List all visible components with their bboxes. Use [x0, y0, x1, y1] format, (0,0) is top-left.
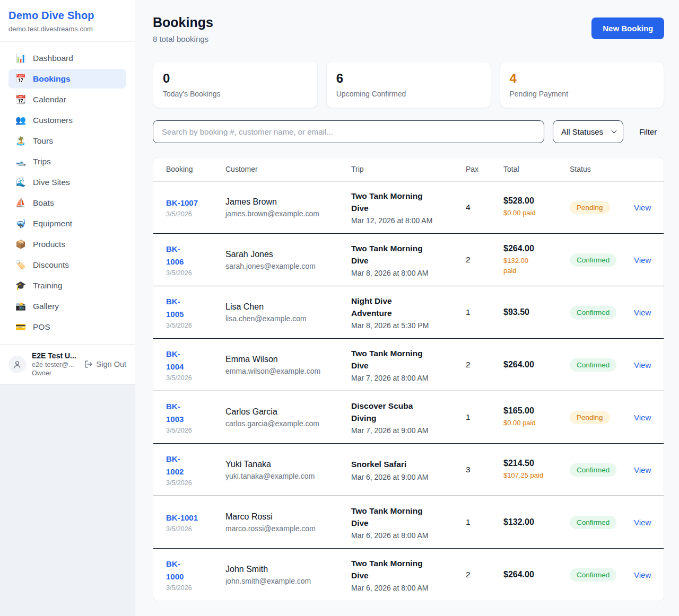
- sign-out-label: Sign Out: [97, 360, 126, 368]
- table-row: BK-1003 3/5/2026 Carlos Garcia carlos.ga…: [153, 391, 664, 443]
- booking-cell: BK-1005 3/5/2026: [166, 295, 225, 329]
- customer-email: carlos.garcia@example.com: [225, 419, 351, 428]
- view-link[interactable]: View: [634, 360, 651, 369]
- trip-name: Discover Scuba Diving: [351, 400, 433, 425]
- view-link[interactable]: View: [634, 308, 651, 317]
- status-badge: Confirmed: [570, 358, 616, 372]
- search-input[interactable]: [153, 120, 544, 143]
- column-header-status: Status: [570, 165, 634, 173]
- camera-flash-icon: 📸: [15, 301, 26, 311]
- credit-card-icon: 💳: [15, 322, 26, 332]
- booking-id-link[interactable]: BK-1001: [166, 512, 198, 524]
- calendar-icon: 📅: [15, 74, 26, 84]
- customer-name: Lisa Chen: [225, 302, 351, 312]
- sidebar-item-customers[interactable]: 👥 Customers: [8, 110, 126, 130]
- trip-name: Two Tank Morning Dive: [351, 242, 433, 267]
- sidebar-item-gallery[interactable]: 📸 Gallery: [8, 296, 126, 316]
- sailboat-icon: ⛵: [15, 198, 26, 208]
- paid-amount: $132.00 paid: [503, 256, 533, 276]
- sidebar-item-tours[interactable]: 🏝️ Tours: [8, 131, 126, 151]
- status-filter-select[interactable]: All Statuses: [553, 120, 623, 143]
- sidebar-item-discounts[interactable]: 🏷️ Discounts: [8, 255, 126, 275]
- status-cell: Confirmed: [570, 516, 634, 529]
- trip-cell: Two Tank Morning Dive Mar 7, 2026 at 8:0…: [351, 347, 466, 383]
- sidebar-item-label: Boats: [33, 198, 54, 208]
- total-cell: $132.00: [503, 517, 570, 527]
- trip-cell: Two Tank Morning Dive Mar 6, 2026 at 8:0…: [351, 505, 466, 540]
- booking-date: 3/5/2026: [166, 427, 225, 434]
- sidebar-item-pos[interactable]: 💳 POS: [8, 317, 126, 337]
- booking-id-link[interactable]: BK-1005: [166, 295, 191, 320]
- sidebar-item-label: Calendar: [33, 95, 66, 104]
- pax-count: 1: [466, 412, 503, 422]
- sidebar-item-training[interactable]: 🎓 Training: [8, 276, 126, 295]
- sidebar-item-calendar[interactable]: 📆 Calendar: [8, 90, 126, 109]
- customer-name: John Smith: [225, 565, 351, 574]
- trip-datetime: Mar 7, 2026 at 9:00 AM: [351, 426, 466, 435]
- table-row: BK-1007 3/5/2026 James Brown james.brown…: [153, 181, 664, 233]
- booking-id-link[interactable]: BK-1006: [166, 243, 191, 268]
- total-amount: $214.50: [503, 459, 570, 468]
- view-link[interactable]: View: [634, 413, 651, 422]
- trip-datetime: Mar 6, 2026 at 8:00 AM: [351, 584, 466, 592]
- booking-id-link[interactable]: BK-1003: [166, 400, 191, 425]
- booking-id-link[interactable]: BK-1002: [166, 453, 191, 478]
- status-cell: Confirmed: [570, 568, 634, 582]
- trip-datetime: Mar 7, 2026 at 8:00 AM: [351, 374, 466, 382]
- status-filter-wrap: All Statuses: [553, 120, 623, 143]
- sidebar-item-label: Gallery: [33, 302, 59, 311]
- new-booking-button[interactable]: New Booking: [591, 17, 664, 39]
- view-link[interactable]: View: [634, 518, 651, 527]
- table-row: BK-1001 3/5/2026 Marco Rossi marco.rossi…: [153, 496, 664, 548]
- app-container: Demo Dive Shop demo.test.divestreams.com…: [0, 0, 679, 616]
- sidebar-item-bookings[interactable]: 📅 Bookings: [8, 69, 126, 89]
- customer-email: sarah.jones@example.com: [225, 262, 351, 270]
- booking-id-link[interactable]: BK-1000: [166, 558, 191, 583]
- total-cell: $528.00 $0.00 paid: [503, 196, 570, 218]
- view-link[interactable]: View: [634, 570, 651, 579]
- sidebar-item-boats[interactable]: ⛵ Boats: [8, 193, 126, 213]
- sidebar-item-label: Discounts: [33, 260, 69, 270]
- table-row: BK-1005 3/5/2026 Lisa Chen lisa.chen@exa…: [153, 286, 664, 338]
- package-icon: 📦: [15, 239, 26, 249]
- customer-name: Marco Rossi: [225, 512, 351, 522]
- view-link[interactable]: View: [634, 465, 651, 474]
- sidebar-item-dive-sites[interactable]: 🌊 Dive Sites: [8, 172, 126, 192]
- stat-value: 0: [163, 71, 308, 86]
- status-badge: Confirmed: [570, 253, 616, 267]
- table-body: BK-1007 3/5/2026 James Brown james.brown…: [153, 181, 664, 601]
- sidebar-item-dashboard[interactable]: 📊 Dashboard: [8, 48, 126, 68]
- booking-cell: BK-1003 3/5/2026: [166, 400, 225, 434]
- trip-cell: Night Dive Adventure Mar 8, 2026 at 5:30…: [351, 295, 466, 330]
- user-email: e2e-tester@...: [32, 361, 79, 368]
- user-role: Owner: [32, 369, 79, 377]
- booking-id-link[interactable]: BK-1004: [166, 348, 191, 373]
- sidebar-item-equipment[interactable]: 🤿 Equipment: [8, 214, 126, 233]
- booking-cell: BK-1001 3/5/2026: [166, 512, 225, 533]
- trip-name: Two Tank Morning Dive: [351, 557, 433, 582]
- total-cell: $165.00 $0.00 paid: [503, 406, 570, 428]
- booking-date: 3/5/2026: [166, 210, 225, 218]
- customer-email: james.brown@example.com: [225, 209, 351, 218]
- sign-out-button[interactable]: Sign Out: [84, 360, 126, 368]
- booking-cell: BK-1007 3/5/2026: [166, 197, 225, 218]
- customer-email: john.smith@example.com: [225, 577, 351, 585]
- booking-id-link[interactable]: BK-1007: [166, 197, 198, 209]
- total-amount: $132.00: [503, 517, 570, 527]
- sidebar-item-label: Customers: [33, 116, 73, 125]
- total-cell: $264.00 $132.00 paid: [503, 244, 570, 276]
- total-cell: $93.50: [503, 307, 570, 317]
- filter-button[interactable]: Filter: [632, 127, 664, 136]
- motor-boat-icon: 🛥️: [15, 156, 26, 166]
- view-link[interactable]: View: [634, 256, 651, 265]
- customer-name: Sarah Jones: [225, 250, 351, 259]
- sidebar-item-products[interactable]: 📦 Products: [8, 234, 126, 254]
- trip-cell: Two Tank Morning Dive Mar 12, 2026 at 8:…: [351, 190, 466, 225]
- sidebar-item-trips[interactable]: 🛥️ Trips: [8, 152, 126, 171]
- page-header: Bookings 8 total bookings New Booking: [153, 15, 664, 43]
- customer-name: Yuki Tanaka: [225, 460, 351, 469]
- bar-chart-icon: 📊: [15, 53, 26, 63]
- view-link[interactable]: View: [634, 203, 651, 212]
- status-badge: Confirmed: [570, 516, 616, 529]
- shop-name[interactable]: Demo Dive Shop: [8, 10, 126, 22]
